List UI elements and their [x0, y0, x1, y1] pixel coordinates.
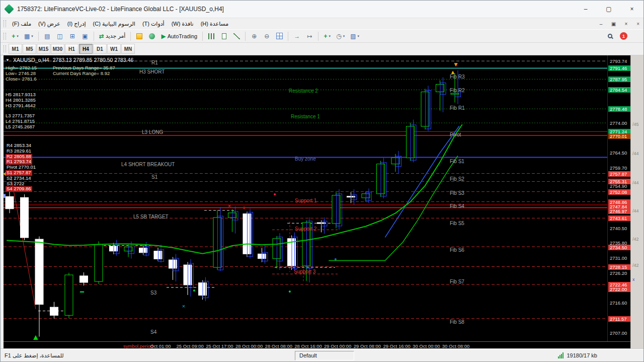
price-tick-18: 2740.50 [608, 226, 630, 231]
pivot-level-6: S2 2734.14 [6, 176, 32, 181]
maximize-button[interactable]: ▢ [597, 1, 620, 18]
svg-text:•: • [274, 190, 276, 198]
chart-plot[interactable]: ▲▼▲×↓×••••◆▮▬ ▼ XAUUSD_o,H4 2783.13 2789… [4, 55, 607, 341]
price-tick-26: 2716.60 [608, 300, 630, 306]
price-scale[interactable]: 2793.742791.462787.952784.542778.482774.… [607, 55, 630, 341]
fib-label-0: Fib R3 [450, 74, 464, 80]
terminal-button[interactable]: ▣ [79, 30, 91, 42]
price-tick-9: 2759.70 [608, 165, 630, 171]
menu-item-4[interactable]: أدوات (T) [139, 19, 168, 29]
price-tick-21: 2731.00 [608, 255, 630, 261]
price-tick-17: 2743.61 [608, 215, 630, 221]
market-watch-button[interactable]: ▤ [41, 30, 53, 42]
time-tick-6: 29 Oct 00:00 [324, 343, 351, 349]
timeframe-mn-button[interactable]: MN [121, 44, 135, 54]
right-edge-panel: /45/44/44/44/42/42x [630, 55, 643, 349]
minimize-button[interactable]: – [574, 1, 597, 18]
status-profile-cell[interactable]: Default [295, 351, 354, 360]
fib-label-7: Fib S4 [450, 203, 464, 209]
timeframe-d1-button[interactable]: D1 [93, 44, 107, 54]
menu-item-0[interactable]: ملف (F) [9, 19, 35, 29]
timeframe-m5-button[interactable]: M5 [23, 44, 36, 54]
zoom-out-button[interactable]: ⊖ [261, 30, 273, 42]
timeframe-m15-button[interactable]: M15 [37, 44, 50, 54]
fib-label-9: Fib S6 [450, 247, 464, 253]
price-tick-3: 2784.54 [608, 87, 630, 93]
timeframe-h1-button[interactable]: H1 [65, 44, 78, 54]
toolbar-grip-2[interactable] [4, 33, 6, 40]
data-window-button[interactable]: ◫ [54, 30, 66, 42]
mdi-close-button[interactable]: × [623, 21, 629, 27]
price-tick-7: 2770.01 [608, 133, 630, 139]
close-button[interactable]: × [620, 1, 643, 18]
navigator-button[interactable]: ⊞ [66, 30, 78, 42]
strip-fragment-5: /42 [632, 263, 639, 268]
bar-chart-button[interactable] [205, 30, 217, 42]
timeframe-m1-button[interactable]: M1 [9, 44, 22, 54]
new-chart-button[interactable]: +▾ [9, 30, 21, 42]
menu-item-2[interactable]: إدراج (I) [64, 19, 90, 29]
mdi-restore-button[interactable]: ▣ [610, 21, 617, 27]
price-tick-4: 2778.48 [608, 106, 630, 112]
menu-item-6[interactable]: مساعدة (H) [197, 19, 232, 29]
svg-text:•: • [289, 287, 291, 296]
metaeditor-button[interactable] [133, 30, 145, 42]
info-right-line-0: Previous Days Range= 35.87 [53, 65, 115, 70]
fib-label-3: Pivot [450, 132, 461, 137]
price-tick-13: 2752.08 [608, 189, 630, 195]
search-button[interactable] [604, 30, 616, 42]
symbol-caret-icon[interactable]: ▼ [6, 58, 10, 62]
menu-item-5[interactable]: نافذة (W) [168, 19, 197, 29]
svg-text:▼: ▼ [453, 61, 459, 68]
time-tick-7: 29 Oct 08:00 [354, 343, 381, 349]
fib-label-11: Fib S8 [450, 319, 464, 325]
mdi-minimize-button[interactable]: – [598, 21, 604, 27]
mdi-window-controls: –▣× [598, 21, 629, 27]
toolbar-separator [318, 32, 318, 41]
svg-text:×: × [182, 303, 185, 309]
toolbar-separator [288, 32, 288, 41]
templates-button[interactable]: ▨▾ [348, 30, 362, 42]
chevron-down-icon: ▾ [329, 34, 331, 38]
globe-icon [149, 33, 155, 39]
sr-label-2: Buy zone [295, 156, 316, 162]
profiles-button[interactable]: ▦▾ [22, 30, 36, 42]
chart-shift-button[interactable]: ↦ [303, 30, 315, 42]
time-tick-10: 30 Oct 08:00 [442, 343, 469, 349]
timeframe-m30-button[interactable]: M30 [51, 44, 64, 54]
sr-label-3: Support 1 [295, 198, 316, 203]
strip-fragment-3: /44 [632, 208, 639, 213]
auto-scroll-button[interactable]: → [291, 30, 303, 42]
new-order-button[interactable]: ⇄أمر جديد [97, 30, 128, 42]
notifications-badge[interactable]: 1 [620, 32, 627, 40]
window-controls: – ▢ × [574, 1, 643, 18]
line-chart-button[interactable] [230, 30, 243, 42]
zone-label-3: L4 SHORT BREAKOUT [121, 162, 175, 167]
timeframe-h4-button[interactable]: H4 [79, 44, 93, 54]
menu-items: ملف (F)عرض (V)إدراج (I)الرسوم البيانية (… [9, 19, 232, 29]
tile-windows-button[interactable] [273, 30, 285, 42]
strip-fragment-1: /44 [632, 151, 639, 156]
data-window-icon: ◫ [57, 33, 62, 40]
timeframe-w1-button[interactable]: W1 [107, 44, 121, 54]
autotrading-button[interactable]: ▶AutoTrading [158, 30, 200, 42]
zoom-in-icon: ⊕ [252, 33, 257, 40]
auto-scroll-icon: → [294, 33, 300, 40]
menu-item-3[interactable]: الرسوم البيانية (C) [90, 19, 139, 29]
community-button[interactable] [146, 30, 158, 42]
indicators-button[interactable]: +▾ [321, 30, 333, 42]
dock-close-icon[interactable]: × [636, 21, 639, 27]
toolbar-separator [130, 32, 131, 41]
svg-text:▬: ▬ [80, 289, 84, 294]
toolbar-grip-3[interactable] [4, 45, 6, 52]
toolbar-grip[interactable] [4, 20, 6, 27]
price-tick-23: 2726.20 [608, 270, 630, 276]
time-scale[interactable]: symbol,periodOct 01:0025 Oct 09:0025 Oct… [4, 341, 630, 349]
fib-label-5: Fib S2 [450, 176, 464, 182]
candlestick-chart-button[interactable] [218, 30, 230, 42]
periods-button[interactable]: ◷▾ [334, 30, 347, 42]
menu-item-1[interactable]: عرض (V) [35, 19, 64, 29]
chevron-down-icon: ▾ [343, 34, 345, 38]
new-order-icon: ⇄ [99, 33, 104, 40]
zoom-in-button[interactable]: ⊕ [248, 30, 260, 42]
